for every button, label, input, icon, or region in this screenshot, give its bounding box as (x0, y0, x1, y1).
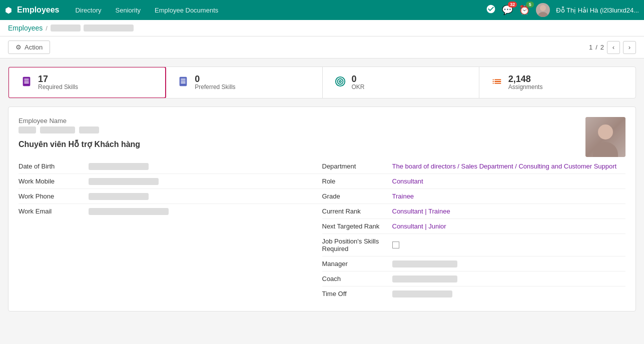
user-name[interactable]: Đỗ Thị Hải Hà (i2l3lurxd24... (556, 6, 639, 14)
page-prev-button[interactable]: ‹ (607, 41, 620, 54)
work-email-label: Work Email (19, 208, 89, 215)
nav-link-employee-documents[interactable]: Employee Documents (149, 4, 224, 16)
field-coach: Coach (322, 272, 626, 286)
stat-required-skills-number: 17 (38, 74, 78, 84)
svg-point-0 (540, 5, 546, 11)
department-value[interactable]: The board of directors / Sales Departmen… (392, 162, 617, 170)
stat-preferred-skills-text: 0 Preferred Skills (195, 74, 235, 90)
stat-okr-text: 0 OKR (352, 74, 365, 90)
book-blue-icon (178, 76, 189, 90)
svg-point-2 (335, 76, 344, 86)
stat-assignments-number: 2,148 (508, 74, 543, 84)
page-separator: / (595, 44, 597, 51)
field-manager: Manager (322, 256, 626, 272)
gear-icon: ⚙ (16, 44, 22, 51)
stat-assignments[interactable]: 2,148 Assignments (479, 67, 635, 98)
stat-preferred-skills[interactable]: 0 Preferred Skills (166, 67, 322, 98)
field-work-mobile: Work Mobile (19, 174, 322, 189)
stat-preferred-skills-number: 0 (195, 74, 235, 84)
form-left: Date of Birth Work Mobile Work Phone Wor… (19, 159, 322, 301)
employee-card: Employee Name Chuyên viên Hỗ trợ Khách h… (8, 106, 636, 312)
nav-links: Directory Seniority Employee Documents (69, 4, 486, 16)
stat-preferred-skills-label: Preferred Skills (195, 84, 235, 90)
chat-badge: 32 (508, 2, 517, 8)
field-department: Department The board of directors / Sale… (322, 159, 626, 174)
employee-name-row (19, 126, 625, 134)
action-area: ⚙ Action (8, 40, 50, 54)
next-targeted-rank-value[interactable]: Consultant | Junior (392, 222, 446, 230)
field-date-of-birth: Date of Birth (19, 159, 322, 174)
field-time-off: Time Off (322, 286, 626, 301)
employee-name-label: Employee Name (19, 117, 625, 124)
chat-icon[interactable]: 💬 32 (502, 4, 513, 16)
grade-value[interactable]: Trainee (392, 192, 414, 200)
svg-point-1 (538, 12, 548, 17)
stats-row: 17 Required Skills 0 Preferred Skills 0 … (8, 66, 636, 98)
breadcrumb-current-part1 (51, 24, 81, 32)
clock-icon[interactable]: ⏰ 5 (519, 4, 530, 16)
current-rank-label: Current Rank (322, 208, 392, 215)
action-bar: ⚙ Action 1 / 2 ‹ › (0, 36, 644, 58)
svg-point-4 (339, 80, 341, 82)
employee-photo[interactable] (585, 117, 625, 157)
work-mobile-value (89, 178, 159, 185)
list-icon (491, 76, 502, 90)
coach-value (392, 276, 457, 282)
job-position-skills-checkbox[interactable] (392, 242, 399, 248)
stat-required-skills-text: 17 Required Skills (38, 74, 78, 90)
role-value[interactable]: Consultant (392, 178, 423, 185)
pagination: 1 / 2 ‹ › (589, 41, 636, 54)
stat-okr-label: OKR (352, 84, 365, 90)
field-role: Role Consultant (322, 174, 626, 189)
top-nav: ⬢ Employees Directory Seniority Employee… (0, 0, 644, 20)
employee-name-part3 (79, 126, 99, 134)
breadcrumb-parent[interactable]: Employees (8, 24, 43, 32)
manager-label: Manager (322, 260, 392, 268)
stat-okr[interactable]: 0 OKR (323, 67, 479, 98)
stat-required-skills[interactable]: 17 Required Skills (8, 66, 166, 98)
department-label: Department (322, 162, 392, 170)
date-of-birth-label: Date of Birth (19, 162, 89, 170)
breadcrumb-current-part2 (84, 24, 134, 32)
employee-form-grid: Date of Birth Work Mobile Work Phone Wor… (19, 159, 625, 301)
field-next-targeted-rank: Next Targeted Rank Consultant | Junior (322, 219, 626, 234)
grade-label: Grade (322, 192, 392, 200)
work-phone-label: Work Phone (19, 192, 89, 200)
page-next-button[interactable]: › (623, 41, 636, 54)
clock-badge: 5 (526, 2, 534, 8)
next-targeted-rank-label: Next Targeted Rank (322, 222, 392, 230)
work-mobile-label: Work Mobile (19, 178, 89, 185)
breadcrumb: Employees / (0, 20, 644, 36)
page-total: 2 (600, 44, 604, 51)
stat-required-skills-label: Required Skills (38, 84, 78, 90)
top-nav-right: 💬 32 ⏰ 5 Đỗ Thị Hải Hà (i2l3lurxd24... (486, 3, 639, 17)
role-label: Role (322, 178, 392, 185)
book-purple-icon (21, 76, 32, 90)
avatar[interactable] (536, 3, 550, 17)
grid-icon[interactable]: ⬢ (5, 6, 12, 15)
time-off-label: Time Off (322, 290, 392, 298)
manager-value (392, 260, 457, 268)
job-position-skills-label: Job Position's Skills Required (322, 238, 392, 252)
coach-label: Coach (322, 275, 392, 282)
time-off-value (392, 290, 452, 298)
field-current-rank: Current Rank Consultant | Trainee (322, 204, 626, 219)
form-right: Department The board of directors / Sale… (322, 159, 626, 301)
employee-name-part2 (40, 126, 75, 134)
field-job-position-skills: Job Position's Skills Required (322, 234, 626, 256)
page-current: 1 (589, 44, 592, 51)
job-title: Chuyên viên Hỗ trợ Khách hàng (19, 140, 625, 149)
nav-link-directory[interactable]: Directory (69, 4, 107, 16)
work-email-value (89, 208, 169, 215)
breadcrumb-current (51, 24, 134, 32)
svg-point-3 (337, 78, 343, 84)
nav-link-seniority[interactable]: Seniority (110, 4, 147, 16)
action-button[interactable]: ⚙ Action (8, 40, 50, 54)
work-phone-value (89, 193, 149, 200)
field-work-email: Work Email (19, 204, 322, 218)
stat-okr-number: 0 (352, 74, 365, 84)
current-rank-value[interactable]: Consultant | Trainee (392, 208, 450, 215)
date-of-birth-value (89, 163, 149, 170)
puppets-icon[interactable] (486, 4, 496, 16)
brand-name: Employees (17, 6, 59, 14)
